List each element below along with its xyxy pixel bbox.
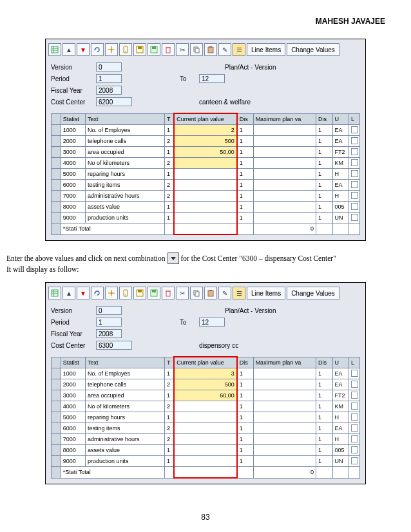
cell-text[interactable]: testing items bbox=[85, 423, 164, 434]
cell-dis1[interactable]: 1 bbox=[237, 158, 253, 169]
cell-max[interactable] bbox=[253, 191, 316, 202]
cell-id[interactable]: 2000 bbox=[61, 379, 85, 390]
cell-id[interactable]: 9000 bbox=[61, 213, 85, 223]
checkbox-icon[interactable] bbox=[351, 126, 358, 133]
edit-icon[interactable]: ✎ bbox=[218, 43, 231, 56]
col-dis2[interactable]: Dis bbox=[316, 113, 332, 125]
cell-t[interactable]: 2 bbox=[164, 379, 174, 390]
row-header[interactable] bbox=[52, 379, 61, 390]
cell-dis1[interactable]: 1 bbox=[237, 191, 253, 202]
cell-cpv[interactable]: 2 bbox=[174, 125, 236, 136]
cell-cpv[interactable]: 500 bbox=[174, 136, 236, 147]
cell-dis1[interactable]: 1 bbox=[237, 125, 253, 136]
cell-u[interactable]: EA bbox=[332, 423, 349, 434]
phone-icon[interactable] bbox=[119, 287, 132, 299]
spreadsheet-icon[interactable] bbox=[48, 287, 61, 299]
cell-l[interactable] bbox=[349, 445, 359, 456]
cell-max[interactable] bbox=[253, 125, 316, 136]
cell-t[interactable]: 2 bbox=[164, 434, 174, 445]
row-header[interactable] bbox=[52, 136, 61, 147]
cell-id[interactable]: 9000 bbox=[61, 456, 85, 467]
cell-t[interactable]: 2 bbox=[164, 401, 174, 412]
cell-l[interactable] bbox=[349, 390, 359, 401]
cell-dis1[interactable]: 1 bbox=[237, 401, 253, 412]
cell-max[interactable] bbox=[253, 368, 316, 379]
cell-cpv[interactable] bbox=[174, 213, 236, 223]
col-text[interactable]: Text bbox=[85, 357, 164, 368]
col-t[interactable]: T bbox=[164, 113, 174, 125]
cell-text[interactable]: production units bbox=[85, 456, 164, 467]
cell-cpv[interactable]: 3 bbox=[174, 368, 236, 379]
cell-u[interactable]: UN bbox=[332, 456, 349, 467]
cell-text[interactable]: No of kilometers bbox=[85, 158, 164, 169]
cell-cpv[interactable] bbox=[174, 412, 236, 423]
cell-t[interactable]: 1 bbox=[164, 390, 174, 401]
cell-text[interactable]: No. of Employes bbox=[85, 368, 164, 379]
cell-u[interactable]: FT2 bbox=[332, 390, 349, 401]
col-statist[interactable]: Statist bbox=[61, 357, 85, 368]
change-values-button[interactable]: Change Values bbox=[287, 43, 339, 56]
cell-id[interactable]: 7000 bbox=[61, 191, 85, 202]
cell-max[interactable] bbox=[253, 434, 316, 445]
cell-cpv[interactable] bbox=[174, 401, 236, 412]
cell-t[interactable]: 2 bbox=[164, 423, 174, 434]
cell-max[interactable] bbox=[253, 412, 316, 423]
copy-icon[interactable] bbox=[190, 43, 203, 56]
nav-icon[interactable] bbox=[105, 43, 118, 56]
cell-dis1[interactable]: 1 bbox=[237, 136, 253, 147]
cell-dis2[interactable]: 1 bbox=[316, 180, 332, 191]
down-icon[interactable]: ▼ bbox=[77, 287, 90, 299]
cell-u[interactable]: H bbox=[332, 434, 349, 445]
cell-text[interactable]: testing items bbox=[85, 180, 164, 191]
cut-icon[interactable]: ✂ bbox=[176, 43, 189, 56]
cell-max[interactable] bbox=[253, 213, 316, 223]
col-dis1[interactable]: Dis bbox=[237, 113, 253, 125]
cell-text[interactable]: No of kilometers bbox=[85, 401, 164, 412]
period-from-field[interactable]: 1 bbox=[96, 318, 122, 327]
up-icon[interactable]: ▲ bbox=[62, 43, 75, 56]
cell-dis2[interactable]: 1 bbox=[316, 202, 332, 213]
cell-u[interactable]: H bbox=[332, 169, 349, 180]
row-header[interactable] bbox=[52, 125, 61, 136]
period-from-field[interactable]: 1 bbox=[96, 74, 122, 83]
cell-dis2[interactable]: 1 bbox=[316, 379, 332, 390]
cell-max[interactable] bbox=[253, 423, 316, 434]
delete-icon[interactable] bbox=[162, 43, 175, 56]
cell-l[interactable] bbox=[349, 213, 359, 223]
cell-u[interactable]: EA bbox=[332, 136, 349, 147]
row-header[interactable] bbox=[52, 180, 61, 191]
checkbox-icon[interactable] bbox=[351, 203, 358, 210]
save2-icon[interactable] bbox=[148, 43, 160, 56]
cell-dis2[interactable]: 1 bbox=[316, 445, 332, 456]
checkbox-icon[interactable] bbox=[351, 381, 358, 388]
col-maxpv[interactable]: Maximum plan va bbox=[253, 357, 316, 368]
delete-icon[interactable] bbox=[162, 287, 175, 299]
row-header[interactable] bbox=[52, 368, 61, 379]
checkbox-icon[interactable] bbox=[351, 192, 358, 199]
cell-cpv[interactable] bbox=[174, 423, 236, 434]
cell-l[interactable] bbox=[349, 401, 359, 412]
cell-max[interactable] bbox=[253, 379, 316, 390]
cell-id[interactable]: 4000 bbox=[61, 158, 85, 169]
cell-dis2[interactable]: 1 bbox=[316, 412, 332, 423]
cell-text[interactable]: area occupied bbox=[85, 390, 164, 401]
cell-text[interactable]: assets value bbox=[85, 445, 164, 456]
cell-id[interactable]: 5000 bbox=[61, 169, 85, 180]
cell-t[interactable]: 2 bbox=[164, 191, 174, 202]
cell-max[interactable] bbox=[253, 445, 316, 456]
cell-max[interactable] bbox=[253, 136, 316, 147]
cell-u[interactable]: 005 bbox=[332, 202, 349, 213]
version-field[interactable]: 0 bbox=[96, 306, 122, 315]
col-l[interactable]: L bbox=[349, 113, 359, 125]
row-header[interactable] bbox=[52, 401, 61, 412]
cell-text[interactable]: telephone calls bbox=[85, 379, 164, 390]
cc-field[interactable]: 6200 bbox=[96, 97, 132, 106]
cell-l[interactable] bbox=[349, 412, 359, 423]
cell-dis1[interactable]: 1 bbox=[237, 423, 253, 434]
checkbox-icon[interactable] bbox=[351, 403, 358, 410]
up-icon[interactable]: ▲ bbox=[62, 287, 75, 299]
col-cpv[interactable]: Current plan value bbox=[174, 113, 236, 125]
cell-dis1[interactable]: 1 bbox=[237, 169, 253, 180]
cell-t[interactable]: 1 bbox=[164, 147, 174, 158]
cell-dis2[interactable]: 1 bbox=[316, 169, 332, 180]
